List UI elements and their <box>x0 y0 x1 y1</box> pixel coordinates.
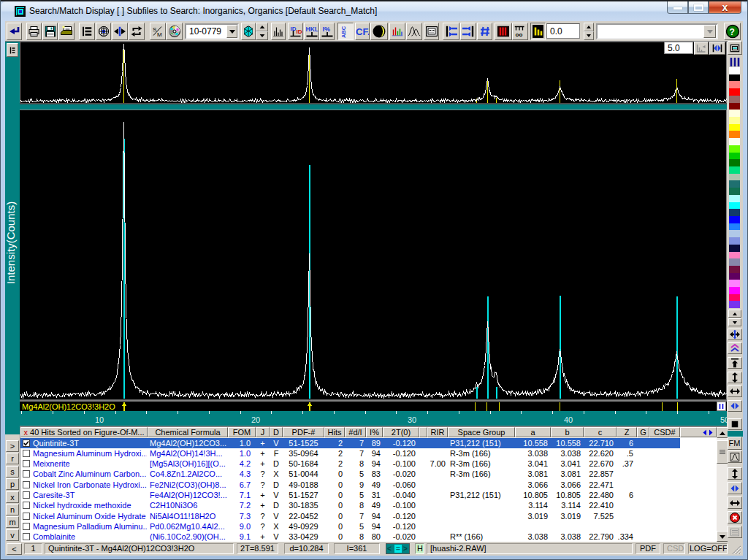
svg-text:HKL: HKL <box>305 26 318 33</box>
svg-text:ID: ID <box>296 28 302 35</box>
svg-text:oo: oo <box>516 31 523 37</box>
svg-text:S: S <box>153 26 156 33</box>
svg-text:M: M <box>157 31 162 37</box>
svg-text:I%: I% <box>322 26 330 33</box>
svg-text:CF.: CF. <box>356 26 369 37</box>
svg-text:?: ? <box>729 27 734 37</box>
svg-text:ABC: ABC <box>340 26 347 38</box>
svg-text:FM: FM <box>729 439 741 448</box>
